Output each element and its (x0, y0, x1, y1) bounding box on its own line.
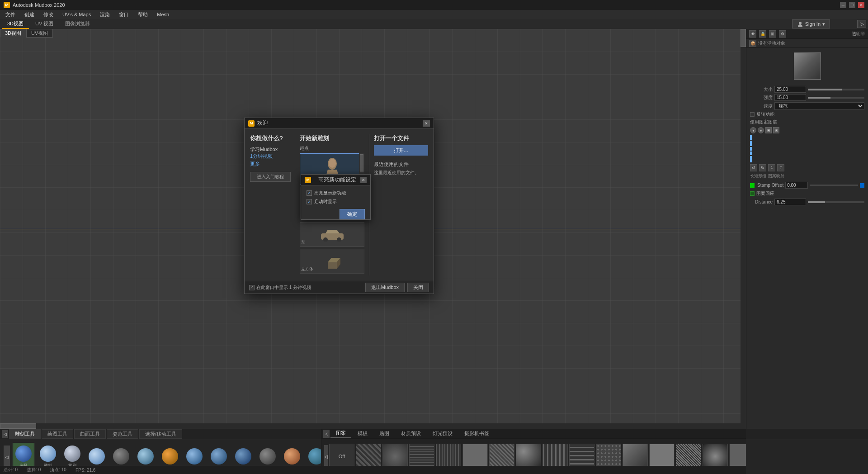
tab-pose-tools[interactable]: 姿范工具 (107, 429, 138, 439)
tool-icons-left-arrow[interactable]: ◁ (4, 446, 10, 468)
tab-texture-template[interactable]: 模板 (352, 429, 373, 438)
menu-render[interactable]: 渲染 (96, 10, 113, 19)
texture-9[interactable] (569, 444, 594, 469)
v-slider-1[interactable] (750, 135, 752, 140)
model-cube[interactable]: 立方体 (300, 249, 364, 274)
menu-help[interactable]: 帮助 (134, 10, 151, 19)
confirm-button[interactable]: 确定 (340, 209, 365, 219)
menu-window[interactable]: 窗口 (115, 10, 132, 19)
stamp-offset-slider[interactable] (810, 185, 858, 186)
right-scrollbar[interactable] (741, 29, 746, 429)
small-icon-2[interactable]: ● (758, 127, 764, 133)
learn-more-link[interactable]: 更多 (250, 161, 295, 167)
texture-12[interactable] (649, 444, 675, 469)
panel-lock-icon[interactable]: 🔒 (759, 30, 766, 38)
export-icon[interactable]: ⤴ (777, 164, 784, 171)
panel-eye-icon[interactable]: 👁 (749, 30, 756, 38)
tab-3dview[interactable]: 3D视图 (0, 29, 26, 38)
texture-15[interactable] (729, 444, 746, 469)
small-icon-1[interactable]: ● (750, 127, 756, 133)
rotate-icon[interactable]: ↺ (750, 164, 757, 171)
close-button[interactable]: ✕ (858, 2, 864, 8)
texture-off[interactable]: Off (329, 444, 354, 469)
tab-material-preset[interactable]: 材质预设 (396, 429, 426, 438)
tab-select-move-tools[interactable]: 选择/移动工具 (139, 429, 182, 439)
tab-3d-view[interactable]: 3D视图 (2, 19, 29, 29)
panel-object-icon[interactable]: 📦 (749, 40, 756, 47)
menu-file[interactable]: 文件 (2, 10, 19, 19)
h-scroll-thumb[interactable] (0, 423, 36, 429)
texture-icons-left-arrow[interactable]: ◁ (324, 445, 328, 468)
stamp-offset-input[interactable] (785, 182, 808, 189)
menu-mesh[interactable]: Mesh (153, 11, 173, 18)
texture-10[interactable] (596, 444, 621, 469)
texture-3[interactable] (409, 444, 434, 469)
minimize-button[interactable]: ─ (840, 2, 846, 8)
texture-8[interactable] (542, 444, 568, 469)
scroll-thumb[interactable] (741, 29, 746, 47)
tab-uvview[interactable]: UV视图 (26, 29, 53, 38)
welcome-title-bar[interactable]: M 欢迎 ✕ (245, 118, 434, 129)
v-slider-4[interactable] (750, 152, 752, 156)
small-icon-3[interactable]: ▣ (765, 127, 772, 133)
tab-paint-tools[interactable]: 绘图工具 (42, 429, 73, 439)
tab-surface-tools[interactable]: 曲面工具 (74, 429, 106, 439)
distance-slider[interactable] (808, 201, 864, 203)
tab-texture-maps[interactable]: 贴图 (374, 429, 395, 438)
learn-video-link[interactable]: 1分钟视频 (250, 153, 295, 160)
checkbox-show-features[interactable]: ✓ (307, 190, 312, 196)
texture-2[interactable] (382, 444, 408, 469)
maximize-button[interactable]: □ (849, 2, 855, 8)
tool-tabs-left-arrow[interactable]: ◁ (2, 430, 8, 438)
v-slider-5[interactable] (750, 156, 752, 162)
small-icon-4[interactable]: ▣ (773, 127, 779, 133)
highlight-close-icon[interactable]: ✕ (360, 177, 367, 183)
v-slider-2[interactable] (750, 141, 752, 146)
checkbox-show-on-startup[interactable]: ✓ (307, 199, 312, 204)
tab-uv-view[interactable]: UV 视图 (30, 19, 59, 29)
menu-create[interactable]: 创建 (21, 10, 38, 19)
texture-14[interactable] (703, 444, 728, 469)
reset-icon[interactable]: ↻ (759, 164, 766, 171)
panel-settings-icon[interactable]: ⚙ (779, 30, 786, 38)
v-slider-3[interactable] (750, 147, 752, 150)
exit-mudbox-button[interactable]: 退出Mudbox (365, 283, 405, 292)
close-dialog-button[interactable]: 关闭 (407, 283, 429, 292)
mirror-checkbox[interactable] (750, 112, 755, 117)
toolbar-arrow-button[interactable]: ▷ (857, 20, 866, 28)
menu-modify[interactable]: 修改 (40, 10, 57, 19)
enter-tutorial-button[interactable]: 进入入门教程 (250, 172, 291, 182)
tab-camera-bookmark[interactable]: 摄影机书签 (459, 429, 495, 438)
model-car[interactable]: 车 (300, 222, 364, 247)
highlight-title-bar[interactable]: M 高亮新功能设定 ✕ (301, 175, 370, 185)
distance-input[interactable] (774, 199, 806, 205)
tab-sculpt-tools[interactable]: 雕刻工具 (9, 429, 41, 439)
sign-in-button[interactable]: Sign In ▾ (792, 19, 830, 28)
texture-13[interactable] (676, 444, 701, 469)
size-input[interactable] (774, 86, 806, 93)
speed-dropdown[interactable]: 规范 (774, 102, 864, 110)
open-button[interactable]: 打开... (374, 145, 428, 156)
import-icon[interactable]: ⤵ (768, 164, 775, 171)
menu-uvs-maps[interactable]: UV's & Maps (59, 11, 94, 18)
tab-image-browser[interactable]: 图像浏览器 (60, 19, 95, 29)
texture-5[interactable] (462, 444, 488, 469)
texture-6[interactable] (489, 444, 514, 469)
texture-7[interactable] (516, 444, 541, 469)
texture-1[interactable] (356, 444, 381, 469)
panel-mesh-icon[interactable]: ⊞ (769, 30, 776, 38)
size-slider[interactable] (808, 89, 864, 90)
texture-11[interactable] (623, 444, 648, 469)
svg-point-0 (799, 22, 802, 24)
bottom-scrollbar[interactable] (0, 423, 741, 429)
tab-texture-pattern[interactable]: 图案 (330, 429, 351, 438)
texture-4[interactable] (436, 444, 461, 469)
texture-tabs-left-arrow[interactable]: ◁ (323, 430, 330, 438)
footer-checkbox[interactable]: ✓ (249, 285, 255, 290)
welcome-footer: ✓ 在此窗口中显示 1 分钟视频 退出Mudbox 关闭 (245, 281, 434, 294)
strength-input[interactable] (774, 94, 806, 101)
strength-slider[interactable] (808, 97, 864, 99)
welcome-close-icon[interactable]: ✕ (423, 120, 430, 127)
falloff-checkbox[interactable] (750, 191, 755, 196)
tab-light-preset[interactable]: 灯光预设 (427, 429, 458, 438)
